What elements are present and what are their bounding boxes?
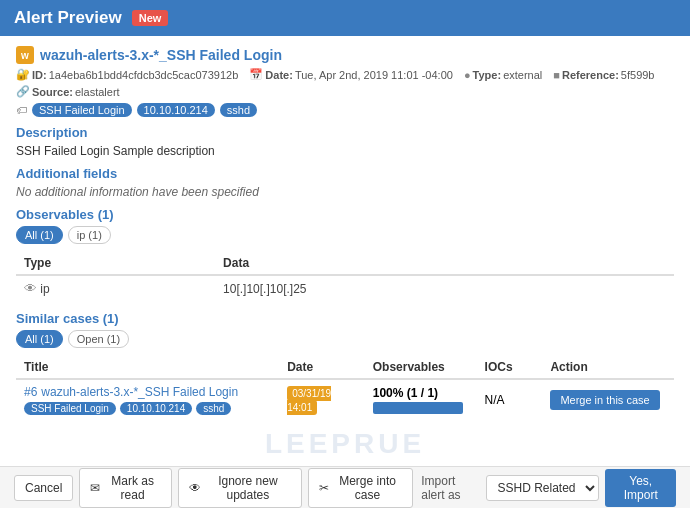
- ignore-icon: 👁: [189, 481, 201, 495]
- import-label: Import alert as: [421, 474, 480, 502]
- obs-col-data: Data: [215, 252, 674, 275]
- footer-right-actions: Import alert as SSHD Related Yes, Import: [421, 469, 676, 507]
- case-col-iocs: IOCs: [477, 356, 543, 379]
- case-tag-sshd: sshd: [196, 402, 231, 415]
- mark-read-button[interactable]: ✉ Mark as read: [79, 468, 172, 508]
- progress-bar-fill: [373, 402, 463, 414]
- case-title: wazuh-alerts-3.x-*_SSH Failed Login: [41, 385, 238, 399]
- tag-sshd: sshd: [220, 103, 257, 117]
- case-col-obs: Observables: [365, 356, 477, 379]
- type-meta: ● Type: external: [464, 69, 542, 81]
- reference-meta: ■ Reference: 5f599b: [553, 69, 654, 81]
- case-observables: 100% (1 / 1): [373, 386, 438, 400]
- similar-cases-table: Title Date Observables IOCs Action #6 wa…: [16, 356, 674, 420]
- case-iocs: N/A: [477, 379, 543, 420]
- eye-icon: 👁: [24, 281, 37, 296]
- description-header: Description: [16, 125, 674, 140]
- case-tag-ip: 10.10.10.214: [120, 402, 192, 415]
- new-badge: New: [132, 10, 169, 26]
- alert-title-row: w wazuh-alerts-3.x-*_SSH Failed Login: [16, 46, 674, 64]
- tag-icon: 🏷: [16, 104, 27, 116]
- id-label: 🔐 ID: 1a4eba6b1bdd4cfdcb3dc5cac073912b: [16, 68, 238, 81]
- merge-case-button[interactable]: Merge in this case: [550, 390, 659, 410]
- page-header: Alert Preview New: [0, 0, 690, 36]
- case-id: #6: [24, 385, 37, 399]
- observables-filters: All (1) ip (1): [16, 226, 674, 244]
- envelope-icon: ✉: [90, 481, 100, 495]
- footer: Cancel ✉ Mark as read 👁 Ignore new updat…: [0, 466, 690, 508]
- tag-ssh: SSH Failed Login: [32, 103, 132, 117]
- alert-name: wazuh-alerts-3.x-*_SSH Failed Login: [40, 47, 282, 63]
- case-col-title: Title: [16, 356, 279, 379]
- obs-filter-ip[interactable]: ip (1): [68, 226, 111, 244]
- case-col-date: Date: [279, 356, 365, 379]
- tags-row: 🏷 SSH Failed Login 10.10.10.214 sshd: [16, 103, 674, 117]
- ignore-button[interactable]: 👁 Ignore new updates: [178, 468, 302, 508]
- cases-filter-all[interactable]: All (1): [16, 330, 63, 348]
- source-meta: 🔗 Source: elastalert: [16, 85, 120, 98]
- cancel-button[interactable]: Cancel: [14, 475, 73, 501]
- obs-row: 👁 ip 10[.]10[.]10[.]25: [16, 275, 674, 301]
- obs-col-type: Type: [16, 252, 215, 275]
- import-select[interactable]: SSHD Related: [486, 475, 599, 501]
- case-row: #6 wazuh-alerts-3.x-*_SSH Failed Login S…: [16, 379, 674, 420]
- additional-fields-text: No additional information have been spec…: [16, 185, 674, 199]
- obs-filter-all[interactable]: All (1): [16, 226, 63, 244]
- cases-filters: All (1) Open (1): [16, 330, 674, 348]
- merge-icon: ✂: [319, 481, 329, 495]
- cases-filter-open[interactable]: Open (1): [68, 330, 129, 348]
- observables-header: Observables (1): [16, 207, 674, 222]
- page-title: Alert Preview: [14, 8, 122, 28]
- obs-data: 10[.]10[.]10[.]25: [215, 275, 674, 301]
- tag-ip: 10.10.10.214: [137, 103, 215, 117]
- case-date: 03/31/19 14:01: [287, 386, 331, 415]
- case-col-action: Action: [542, 356, 674, 379]
- similar-cases-header: Similar cases (1): [16, 311, 674, 326]
- alert-meta: 🔐 ID: 1a4eba6b1bdd4cfdcb3dc5cac073912b 📅…: [16, 68, 674, 98]
- description-text: SSH Failed Login Sample description: [16, 144, 674, 158]
- id-value: 1a4eba6b1bdd4cfdcb3dc5cac073912b: [49, 69, 239, 81]
- case-tag-ssh: SSH Failed Login: [24, 402, 116, 415]
- yes-import-button[interactable]: Yes, Import: [605, 469, 676, 507]
- footer-left-actions: Cancel ✉ Mark as read 👁 Ignore new updat…: [14, 468, 413, 508]
- content-area: w wazuh-alerts-3.x-*_SSH Failed Login 🔐 …: [0, 36, 690, 458]
- alert-icon: w: [16, 46, 34, 64]
- progress-bar-container: [373, 402, 463, 414]
- observables-table: Type Data 👁 ip 10[.]10[.]10[.]25: [16, 252, 674, 301]
- date-meta: 📅 Date: Tue, Apr 2nd, 2019 11:01 -04:00: [249, 68, 453, 81]
- additional-fields-header: Additional fields: [16, 166, 674, 181]
- obs-type: ip: [40, 282, 49, 296]
- merge-into-case-button[interactable]: ✂ Merge into case: [308, 468, 413, 508]
